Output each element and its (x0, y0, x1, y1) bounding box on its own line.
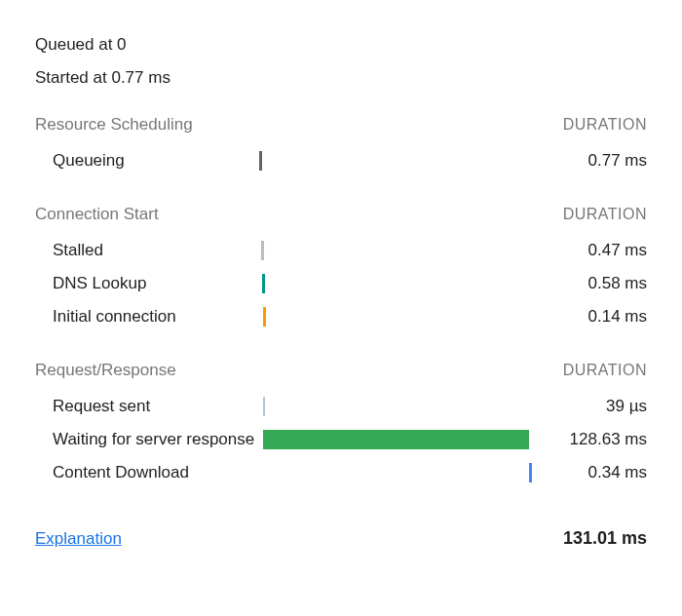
timing-bar (262, 274, 265, 293)
timing-bar-cell (259, 396, 530, 417)
timing-bar-cell (259, 429, 530, 450)
timing-phase-value: 128.63 ms (530, 430, 647, 449)
timing-row: Content Download0.34 ms (35, 456, 647, 489)
timing-bar-cell (259, 462, 530, 483)
queued-at-line: Queued at 0 (35, 35, 647, 55)
timing-section: Request/ResponseDURATIONRequest sent39 µ… (35, 361, 647, 489)
explanation-link[interactable]: Explanation (35, 529, 122, 549)
timing-phase-label: DNS Lookup (35, 274, 259, 293)
started-at-line: Started at 0.77 ms (35, 68, 647, 88)
timing-row: DNS Lookup0.58 ms (35, 267, 647, 300)
timing-phase-label: Content Download (35, 463, 259, 482)
timing-bar-cell (259, 150, 530, 172)
timing-phase-value: 0.14 ms (530, 307, 647, 327)
duration-header: DURATION (563, 206, 647, 223)
timing-bar (263, 430, 528, 449)
duration-header: DURATION (563, 362, 647, 379)
timing-bar (261, 241, 264, 260)
section-title: Resource Scheduling (35, 115, 193, 135)
timing-row: Request sent39 µs (35, 390, 647, 423)
timing-phase-value: 39 µs (530, 397, 647, 416)
timing-bar (529, 463, 532, 482)
timing-phase-value: 0.34 ms (530, 463, 647, 482)
section-title: Connection Start (35, 205, 159, 224)
timing-row: Initial connection0.14 ms (35, 300, 647, 333)
timing-phase-label: Waiting for server response (35, 430, 259, 449)
timing-phase-label: Queueing (35, 151, 259, 171)
timing-bar (263, 397, 265, 416)
section-header: Resource SchedulingDURATION (35, 115, 647, 135)
duration-header: DURATION (563, 116, 647, 134)
timing-bar-cell (259, 240, 530, 261)
timing-bar-cell (259, 273, 530, 294)
timing-phase-value: 0.77 ms (530, 151, 647, 171)
timing-section: Connection StartDURATIONStalled0.47 msDN… (35, 205, 647, 333)
timing-phase-label: Request sent (35, 397, 259, 416)
timing-phase-label: Initial connection (35, 307, 259, 327)
section-title: Request/Response (35, 361, 176, 380)
timing-bar (263, 307, 266, 327)
timing-phase-value: 0.58 ms (530, 274, 647, 293)
timing-bar (259, 151, 262, 171)
timing-bar-cell (259, 306, 530, 327)
timing-footer: Explanation 131.01 ms (35, 528, 647, 549)
timing-phase-label: Stalled (35, 241, 259, 260)
timing-row: Stalled0.47 ms (35, 234, 647, 267)
timing-row: Queueing0.77 ms (35, 144, 647, 177)
total-time: 131.01 ms (563, 528, 647, 549)
timing-section: Resource SchedulingDURATIONQueueing0.77 … (35, 115, 647, 177)
section-header: Request/ResponseDURATION (35, 361, 647, 380)
timing-phase-value: 0.47 ms (530, 241, 647, 260)
section-header: Connection StartDURATION (35, 205, 647, 224)
timing-row: Waiting for server response128.63 ms (35, 423, 647, 456)
